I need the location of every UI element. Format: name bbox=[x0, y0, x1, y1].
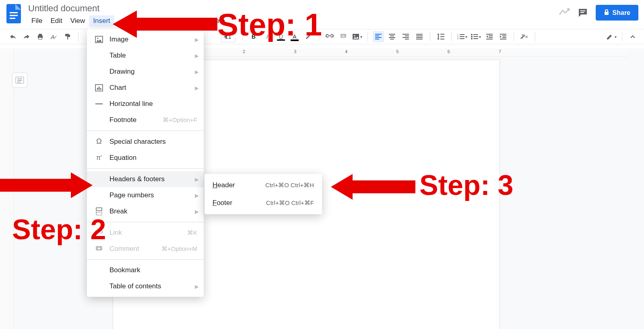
svg-rect-32 bbox=[440, 34, 444, 35]
annotation-label-step1: Step: 1 bbox=[217, 6, 322, 43]
svg-point-41 bbox=[471, 34, 473, 35]
svg-rect-51 bbox=[500, 34, 506, 35]
horizontal-ruler: 2 3 4 5 6 7 bbox=[201, 48, 628, 57]
menu-item-label: Bookmark bbox=[109, 266, 140, 274]
menu-item-label: Special characters bbox=[109, 138, 166, 146]
menu-item-bookmark[interactable]: Bookmark bbox=[87, 262, 204, 278]
paint-format-button[interactable] bbox=[62, 31, 73, 42]
activity-icon[interactable] bbox=[559, 8, 570, 18]
menu-item-shortcut: ⌘+Option+M bbox=[161, 245, 197, 252]
svg-rect-64 bbox=[100, 88, 101, 90]
svg-rect-49 bbox=[489, 37, 493, 38]
menu-item-page-numbers[interactable]: Page numbers ▶ bbox=[87, 187, 204, 203]
align-justify-button[interactable] bbox=[414, 31, 425, 42]
svg-marker-72 bbox=[0, 172, 93, 198]
submenu-arrow-icon: ▶ bbox=[195, 192, 199, 199]
editing-mode-button[interactable]: ▾ bbox=[606, 31, 617, 42]
align-left-button[interactable] bbox=[373, 31, 384, 42]
menu-item-label: Comment bbox=[109, 245, 139, 253]
toolbar-separator bbox=[622, 32, 622, 41]
svg-rect-44 bbox=[473, 34, 478, 35]
menu-item-equation[interactable]: π² Equation bbox=[87, 150, 204, 166]
toolbar-separator bbox=[451, 32, 452, 41]
ruler-tick: 7 bbox=[499, 49, 501, 54]
numbered-list-button[interactable]: 123▾ bbox=[456, 31, 468, 42]
menu-file[interactable]: File bbox=[27, 15, 46, 27]
insert-link-button[interactable] bbox=[324, 31, 335, 42]
annotation-label-step3: Step: 3 bbox=[419, 169, 513, 201]
menu-item-label: Break bbox=[109, 207, 127, 215]
menu-item-chart[interactable]: Chart ▶ bbox=[87, 80, 204, 96]
bulleted-list-button[interactable]: ▾ bbox=[470, 31, 481, 42]
collapse-toolbar-button[interactable] bbox=[627, 31, 638, 42]
share-button-label: Share bbox=[613, 9, 630, 17]
menu-item-headers-footers[interactable]: Headers & footers ▶ bbox=[87, 171, 204, 187]
submenu-arrow-icon: ▶ bbox=[195, 85, 199, 91]
indent-decrease-button[interactable] bbox=[484, 31, 495, 42]
svg-rect-57 bbox=[17, 80, 22, 81]
svg-rect-17 bbox=[375, 35, 379, 36]
headers-footers-submenu: Header Ctrl+⌘O Ctrl+⌘H Footer Ctrl+⌘O Ct… bbox=[204, 174, 322, 214]
insert-image-button[interactable]: ▾ bbox=[351, 31, 363, 42]
svg-rect-1 bbox=[10, 12, 18, 13]
document-outline-button[interactable] bbox=[12, 72, 27, 88]
toolbar-separator bbox=[367, 32, 368, 41]
menu-item-label: Table bbox=[109, 52, 126, 60]
svg-point-60 bbox=[97, 37, 98, 39]
redo-button[interactable] bbox=[21, 31, 32, 42]
header-actions: Share bbox=[559, 2, 638, 21]
comments-icon[interactable] bbox=[577, 7, 588, 19]
menu-item-drawing[interactable]: Drawing ▶ bbox=[87, 64, 204, 80]
svg-rect-33 bbox=[440, 36, 444, 37]
line-spacing-button[interactable] bbox=[435, 31, 446, 42]
menu-edit[interactable]: Edit bbox=[46, 15, 66, 27]
svg-rect-4 bbox=[580, 10, 585, 11]
menu-item-label: Footnote bbox=[109, 116, 136, 124]
share-button[interactable]: Share bbox=[596, 5, 638, 21]
svg-rect-39 bbox=[460, 36, 464, 37]
toolbar-separator bbox=[514, 32, 514, 41]
svg-rect-3 bbox=[10, 18, 15, 19]
svg-marker-73 bbox=[331, 174, 415, 200]
print-button[interactable] bbox=[35, 31, 46, 42]
menu-item-label: Drawing bbox=[109, 68, 134, 76]
image-icon bbox=[93, 36, 105, 43]
insert-dropdown-menu: Image ▶ Table ▶ Drawing ▶ Chart ▶ Horizo… bbox=[87, 29, 204, 297]
ruler-tick: 2 bbox=[243, 49, 245, 54]
submenu-item-header[interactable]: Header Ctrl+⌘O Ctrl+⌘H bbox=[204, 176, 322, 194]
svg-rect-12 bbox=[343, 35, 344, 36]
svg-rect-52 bbox=[502, 35, 506, 36]
submenu-item-shortcut: Ctrl+⌘O Ctrl+⌘F bbox=[266, 199, 314, 207]
svg-marker-71 bbox=[113, 10, 217, 38]
submenu-item-footer[interactable]: Footer Ctrl+⌘O Ctrl+⌘F bbox=[204, 194, 322, 212]
menu-item-label: Table of contents bbox=[109, 282, 161, 290]
svg-rect-6 bbox=[605, 12, 609, 15]
menu-item-horizontal-line[interactable]: Horizontal line bbox=[87, 96, 204, 112]
align-center-button[interactable] bbox=[386, 31, 398, 42]
svg-rect-53 bbox=[502, 37, 506, 38]
clear-formatting-button[interactable]: T✕ bbox=[519, 31, 530, 42]
svg-rect-34 bbox=[440, 39, 444, 39]
toolbar-separator bbox=[78, 32, 78, 41]
menu-item-table-of-contents[interactable]: Table of contents ▶ bbox=[87, 278, 204, 294]
submenu-item-shortcut: Ctrl+⌘O Ctrl+⌘H bbox=[265, 182, 314, 189]
align-right-button[interactable] bbox=[400, 31, 411, 42]
svg-rect-10 bbox=[65, 34, 69, 36]
indent-increase-button[interactable] bbox=[497, 31, 509, 42]
svg-rect-56 bbox=[17, 79, 22, 79]
menu-item-table[interactable]: Table ▶ bbox=[87, 48, 204, 64]
svg-point-15 bbox=[354, 35, 355, 36]
ruler-tick: 6 bbox=[448, 49, 450, 54]
undo-button[interactable] bbox=[7, 31, 19, 42]
svg-rect-8 bbox=[39, 34, 42, 35]
spellcheck-button[interactable]: A✓ bbox=[48, 31, 60, 42]
svg-rect-63 bbox=[99, 87, 100, 90]
insert-comment-button[interactable] bbox=[338, 31, 349, 42]
menu-insert[interactable]: Insert bbox=[89, 15, 114, 27]
svg-rect-31 bbox=[416, 39, 423, 39]
menu-view[interactable]: View bbox=[66, 15, 89, 27]
svg-rect-30 bbox=[416, 37, 423, 38]
svg-rect-70 bbox=[98, 248, 101, 249]
menu-item-footnote[interactable]: Footnote ⌘+Option+F bbox=[87, 112, 204, 128]
menu-item-special-characters[interactable]: Ω Special characters bbox=[87, 133, 204, 150]
